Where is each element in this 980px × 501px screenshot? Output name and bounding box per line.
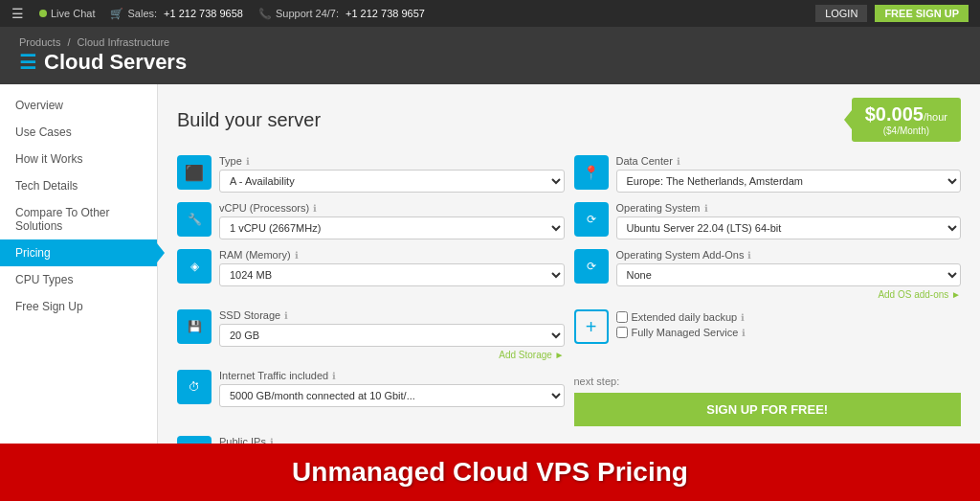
extended-backup-label: Extended daily backup [632, 311, 738, 323]
ssd-label-text: SSD Storage [219, 309, 280, 321]
type-info-icon[interactable]: ℹ [246, 156, 250, 167]
price-value: $0.005 [865, 103, 924, 125]
add-os-addons-link[interactable]: Add OS add-ons ► [616, 289, 962, 300]
traffic-info-icon[interactable]: ℹ [332, 371, 336, 381]
sidebar-item-free-signup[interactable]: Free Sign Up [0, 293, 157, 320]
sidebar-item-pricing[interactable]: Pricing [0, 239, 157, 266]
fully-managed-info[interactable]: ℹ [742, 328, 746, 338]
os-addons-info-icon[interactable]: ℹ [747, 250, 751, 261]
os-addons-config: ⟳ Operating System Add-Ons ℹ None Add OS… [574, 249, 962, 300]
os-config: ⟳ Operating System ℹ Ubuntu Server 22.04… [574, 202, 962, 239]
os-icon: ⟳ [574, 202, 609, 237]
extras-row: + Extended daily backup ℹ Fully Managed … [574, 309, 962, 344]
ram-info-icon[interactable]: ℹ [295, 250, 299, 261]
sidebar-item-how-it-works[interactable]: How it Works [0, 146, 157, 172]
breadcrumb-cloud[interactable]: Cloud Infrastructure [78, 36, 170, 48]
datacenter-info-icon[interactable]: ℹ [677, 156, 680, 167]
page-title: ☰ Cloud Servers [19, 50, 187, 75]
support-label: Support 24/7: [276, 8, 339, 19]
price-unit: /hour [924, 111, 947, 123]
vcpu-select[interactable]: 1 vCPU (2667MHz) [219, 216, 565, 239]
header-content: Products / Cloud Infrastructure ☰ Cloud … [19, 36, 187, 75]
login-button[interactable]: LOGIN [815, 5, 867, 22]
topbar: ☰ Live Chat 🛒 Sales: +1 212 738 9658 📞 S… [0, 0, 980, 27]
datacenter-label: Data Center ℹ [616, 155, 962, 167]
ssd-label: SSD Storage ℹ [219, 309, 565, 321]
extended-backup-info[interactable]: ℹ [741, 312, 745, 323]
ssd-select[interactable]: 20 GB [219, 324, 565, 347]
ram-label: RAM (Memory) ℹ [219, 249, 565, 261]
traffic-select[interactable]: 5000 GB/month connected at 10 Gbit/... [219, 384, 565, 407]
main-layout: Overview Use Cases How it Works Tech Det… [0, 84, 980, 444]
main-content: Build your server $0.005/hour ($4/Month)… [158, 84, 980, 444]
ram-label-text: RAM (Memory) [219, 249, 291, 261]
ram-select[interactable]: 1024 MB [219, 263, 565, 286]
vcpu-label-text: vCPU (Processors) [219, 202, 309, 214]
sidebar-item-cpu-types[interactable]: CPU Types [0, 266, 157, 293]
hamburger-icon[interactable]: ☰ [11, 6, 24, 21]
vcpu-info-icon[interactable]: ℹ [313, 203, 317, 214]
public-ips-config: 🖥 Public IPs ℹ 1 [177, 436, 565, 444]
breadcrumb: Products / Cloud Infrastructure [19, 36, 187, 48]
traffic-label-text: Internet Traffic included [219, 370, 328, 381]
ram-icon: ◈ [177, 249, 212, 284]
type-label-text: Type [219, 155, 242, 167]
support-phone[interactable]: +1 212 738 9657 [345, 8, 425, 19]
fully-managed-row: Fully Managed Service ℹ [616, 327, 746, 338]
traffic-config: ⏱ Internet Traffic included ℹ 5000 GB/mo… [177, 370, 565, 426]
live-chat-link[interactable]: Live Chat [39, 8, 95, 19]
sidebar-item-overview[interactable]: Overview [0, 92, 157, 119]
traffic-label: Internet Traffic included ℹ [219, 370, 565, 381]
add-extras-icon[interactable]: + [574, 309, 609, 344]
traffic-icon: ⏱ [177, 370, 212, 404]
price-badge: $0.005/hour ($4/Month) [852, 98, 961, 142]
next-step-container: next step: SIGN UP FOR FREE! [574, 370, 962, 426]
public-ips-label-text: Public IPs [219, 436, 266, 444]
sidebar-item-compare[interactable]: Compare To Other Solutions [0, 199, 157, 239]
bottom-banner-text: Unmanaged Cloud VPS Pricing [292, 457, 688, 488]
next-step-label: next step: [574, 376, 962, 387]
live-chat-dot [39, 10, 47, 17]
fully-managed-checkbox[interactable] [616, 327, 628, 338]
datacenter-content: Data Center ℹ Europe: The Netherlands, A… [616, 155, 962, 193]
sales-phone[interactable]: +1 212 738 9658 [164, 8, 243, 19]
os-label-text: Operating System [616, 202, 701, 214]
ram-content: RAM (Memory) ℹ 1024 MB [219, 249, 565, 286]
breadcrumb-products[interactable]: Products [19, 36, 60, 48]
datacenter-select[interactable]: Europe: The Netherlands, Amsterdam [616, 170, 962, 193]
cloud-servers-icon: ☰ [19, 51, 36, 74]
header-title-text: Cloud Servers [44, 50, 187, 75]
ram-config: ◈ RAM (Memory) ℹ 1024 MB [177, 249, 565, 300]
support-info: 📞 Support 24/7: +1 212 738 9657 [258, 8, 425, 20]
ssd-config: 💾 SSD Storage ℹ 20 GB Add Storage ► [177, 309, 565, 360]
os-addons-select[interactable]: None [616, 263, 962, 286]
breadcrumb-separator: / [67, 36, 70, 48]
add-storage-link[interactable]: Add Storage ► [219, 350, 565, 360]
type-select[interactable]: A - Availability [219, 170, 565, 193]
os-label: Operating System ℹ [616, 202, 962, 214]
sales-label: Sales: [127, 8, 157, 19]
build-server-title: Build your server [177, 109, 321, 131]
topbar-right: LOGIN FREE SIGN UP [815, 5, 969, 22]
extended-backup-row: Extended daily backup ℹ [616, 311, 746, 323]
os-info-icon[interactable]: ℹ [704, 203, 708, 214]
signup-free-button[interactable]: SIGN UP FOR FREE! [574, 393, 962, 426]
os-addons-content: Operating System Add-Ons ℹ None Add OS a… [616, 249, 962, 300]
ssd-info-icon[interactable]: ℹ [284, 310, 288, 321]
extended-backup-checkbox[interactable] [616, 311, 628, 323]
public-ips-info-icon[interactable]: ℹ [270, 437, 274, 444]
header: Products / Cloud Infrastructure ☰ Cloud … [0, 27, 980, 84]
type-config: ⬛ Type ℹ A - Availability [177, 155, 565, 193]
content-header: Build your server $0.005/hour ($4/Month) [177, 98, 961, 142]
datacenter-icon: 📍 [574, 155, 609, 190]
sidebar-item-use-cases[interactable]: Use Cases [0, 119, 157, 146]
price-month: ($4/Month) [865, 125, 947, 136]
os-select[interactable]: Ubuntu Server 22.04 (LTS) 64-bit [616, 216, 962, 239]
free-signup-button[interactable]: FREE SIGN UP [875, 5, 969, 22]
sidebar: Overview Use Cases How it Works Tech Det… [0, 84, 158, 444]
public-ips-icon: 🖥 [177, 436, 212, 444]
support-icon: 📞 [258, 8, 272, 20]
sidebar-item-tech-details[interactable]: Tech Details [0, 172, 157, 199]
vcpu-config: 🔧 vCPU (Processors) ℹ 1 vCPU (2667MHz) [177, 202, 565, 239]
os-content: Operating System ℹ Ubuntu Server 22.04 (… [616, 202, 962, 239]
